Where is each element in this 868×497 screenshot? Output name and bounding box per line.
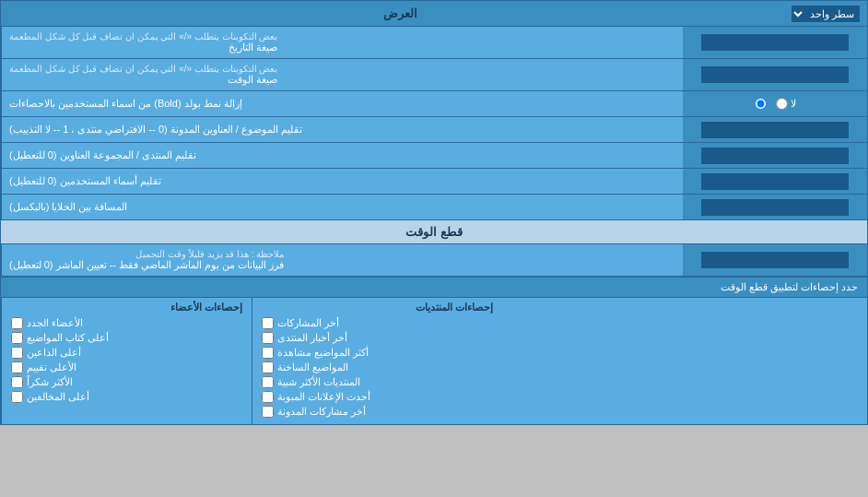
users-order-row: 0 تقليم أسماء المستخدمين (0 للتعطيل) <box>1 169 867 195</box>
col2-checkbox-1[interactable] <box>262 332 274 344</box>
cutoff-label-line1: فرز البيانات من يوم الماشر الماضي فقط --… <box>9 259 284 271</box>
forum-order-input-wrapper: 33 <box>683 143 867 168</box>
bottom-header: حدد إحصاءات لتطبيق قطع الوقت <box>1 278 867 298</box>
col2-checkbox-4[interactable] <box>262 376 274 388</box>
bold-remove-label: إزالة نمط بولد (Bold) من اسماء المستخدمي… <box>1 91 683 116</box>
col2-checkbox-6[interactable] <box>262 406 274 418</box>
col2-item-3: المواضيع الساخنة <box>262 361 493 373</box>
bold-radio-container: لا <box>683 91 867 116</box>
cell-spacing-label: المسافة بين الخلايا (بالبكسل) <box>1 195 683 219</box>
time-format-row: H:i بعض التكوينات يتطلب «/» التي يمكن ان… <box>1 59 867 91</box>
time-format-input[interactable]: H:i <box>701 66 849 83</box>
date-format-input-wrapper: d-m <box>683 27 867 58</box>
col2-item-2: أكثر المواضيع مشاهدة <box>262 347 493 359</box>
bottom-header-text: حدد إحصاءات لتطبيق قطع الوقت <box>721 281 858 292</box>
select-wrapper: سطر واحدسطرينثلاثة أسطر <box>792 6 860 22</box>
date-format-label-line2: بعض التكوينات يتطلب «/» التي يمكن ان تضا… <box>9 31 277 41</box>
col1-item-4: الأكثر شكراً <box>11 376 242 388</box>
bottom-section: حدد إحصاءات لتطبيق قطع الوقت إحصاءات الأ… <box>1 277 867 424</box>
col1-item-1: أعلى كتاب المواضيع <box>11 332 242 344</box>
col2-item-5: أحدث الإعلانات المبوبة <box>262 391 493 403</box>
cell-spacing-input[interactable]: 2 <box>701 199 849 216</box>
users-order-label: تقليم أسماء المستخدمين (0 للتعطيل) <box>1 169 683 194</box>
col2-item-6: أخر مشاركات المدونة <box>262 406 493 418</box>
cutoff-label-line2: ملاحظة : هذا قد يزيد قليلاً وقت التحميل <box>9 249 284 259</box>
header-title: العرض <box>8 6 792 20</box>
users-order-input[interactable]: 0 <box>701 173 849 190</box>
cutoff-input[interactable]: 0 <box>701 252 849 268</box>
forum-order-label: تقليم المنتدى / المجموعة العناوين (0 للت… <box>1 143 683 168</box>
cutoff-input-wrapper: 0 <box>683 244 867 276</box>
bold-remove-row: لا إزالة نمط بولد (Bold) من اسماء المستخ… <box>1 91 867 117</box>
users-order-input-wrapper: 0 <box>683 169 867 194</box>
col2-checkbox-2[interactable] <box>262 347 274 359</box>
col2: إحصاءات المنتديات أخر المشاركات أخر أخبا… <box>252 298 502 424</box>
topics-order-row: 33 تقليم الموضوع / العناوين المدونة (0 -… <box>1 117 867 143</box>
col1-checkbox-3[interactable] <box>11 361 23 373</box>
col2-checkbox-0[interactable] <box>262 317 274 329</box>
col1-item-3: الأعلى تقييم <box>11 361 242 373</box>
time-format-label-line1: صيغة الوقت <box>9 74 277 86</box>
col2-checkbox-5[interactable] <box>262 391 274 403</box>
col1-header: إحصاءات الأعضاء <box>11 302 242 314</box>
col1-item-0: الأعضاء الجدد <box>11 317 242 329</box>
col2-checkbox-3[interactable] <box>262 361 274 373</box>
col1: إحصاءات الأعضاء الأعضاء الجدد أعلى كتاب … <box>1 298 252 424</box>
topics-order-label: تقليم الموضوع / العناوين المدونة (0 -- ا… <box>1 117 683 142</box>
col2-item-4: المنتديات الأكثر شبية <box>262 376 493 388</box>
col1-checkbox-1[interactable] <box>11 332 23 344</box>
topics-order-input[interactable]: 33 <box>701 122 849 138</box>
col1-checkbox-4[interactable] <box>11 376 23 388</box>
col2-header: إحصاءات المنتديات <box>262 302 493 314</box>
date-format-label: بعض التكوينات يتطلب «/» التي يمكن ان تضا… <box>1 27 683 58</box>
col3 <box>502 298 867 424</box>
radio-no-input[interactable] <box>776 98 788 110</box>
forum-order-input[interactable]: 33 <box>701 148 849 164</box>
display-select[interactable]: سطر واحدسطرينثلاثة أسطر <box>792 6 860 22</box>
col2-item-0: أخر المشاركات <box>262 317 493 329</box>
col1-item-5: أعلى المخالفين <box>11 391 242 403</box>
radio-yes-label <box>755 98 767 110</box>
date-format-row: d-m بعض التكوينات يتطلب «/» التي يمكن ان… <box>1 27 867 59</box>
col1-checkbox-5[interactable] <box>11 391 23 403</box>
time-format-label-line2: بعض التكوينات يتطلب «/» التي يمكن ان تضا… <box>9 64 277 74</box>
col1-item-2: أعلى الداعين <box>11 347 242 359</box>
col1-checkbox-0[interactable] <box>11 317 23 329</box>
cutoff-section-header: قطع الوقت <box>1 220 867 244</box>
radio-no-text: لا <box>791 98 796 110</box>
checkbox-columns: إحصاءات الأعضاء الأعضاء الجدد أعلى كتاب … <box>1 298 867 424</box>
col1-checkbox-2[interactable] <box>11 347 23 359</box>
header-row: سطر واحدسطرينثلاثة أسطر العرض <box>1 1 867 27</box>
main-container: سطر واحدسطرينثلاثة أسطر العرض d-m بعض ال… <box>0 0 868 425</box>
forum-order-row: 33 تقليم المنتدى / المجموعة العناوين (0 … <box>1 143 867 169</box>
cutoff-row: 0 ملاحظة : هذا قد يزيد قليلاً وقت التحمي… <box>1 244 867 277</box>
topics-order-input-wrapper: 33 <box>683 117 867 142</box>
col2-item-1: أخر أخبار المنتدى <box>262 332 493 344</box>
time-format-input-wrapper: H:i <box>683 59 867 90</box>
cell-spacing-row: 2 المسافة بين الخلايا (بالبكسل) <box>1 195 867 220</box>
radio-no-label: لا <box>776 98 796 110</box>
cutoff-title: قطع الوقت <box>405 225 463 239</box>
cell-spacing-input-wrapper: 2 <box>683 195 867 219</box>
radio-yes-input[interactable] <box>755 98 767 110</box>
cutoff-label: ملاحظة : هذا قد يزيد قليلاً وقت التحميل … <box>1 244 683 276</box>
time-format-label: بعض التكوينات يتطلب «/» التي يمكن ان تضا… <box>1 59 683 90</box>
date-format-input[interactable]: d-m <box>701 34 849 51</box>
date-format-label-line1: صيغة التاريخ <box>9 41 277 53</box>
